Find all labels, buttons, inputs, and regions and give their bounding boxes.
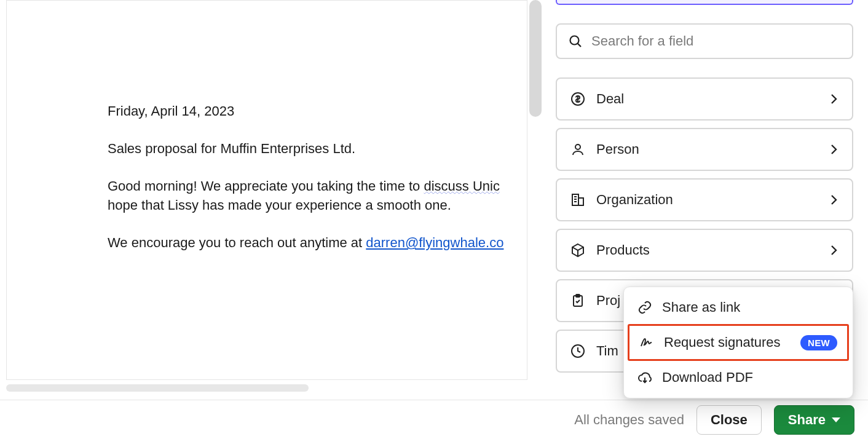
doc-text: Good morning! We appreciate you taking t…	[108, 178, 424, 194]
doc-spellcheck-word[interactable]: discuss Unic	[424, 178, 499, 194]
person-icon	[570, 142, 585, 157]
box-icon	[570, 243, 585, 258]
doc-text: hope that Lissy has made your experience…	[108, 197, 451, 213]
doc-title: Sales proposal for Muffin Enterprises Lt…	[108, 139, 527, 158]
download-cloud-icon	[637, 370, 652, 385]
search-input[interactable]	[591, 33, 841, 49]
search-icon	[568, 34, 583, 49]
field-label: Deal	[596, 91, 624, 107]
document-content: Friday, April 14, 2023 Sales proposal fo…	[7, 1, 527, 252]
field-organization[interactable]: Organization	[556, 178, 853, 221]
doc-paragraph-2: We encourage you to reach out anytime at…	[108, 233, 527, 252]
menu-label: Request signatures	[664, 334, 781, 350]
svg-point-3	[575, 144, 580, 149]
footer-bar: All changes saved Close Share	[0, 400, 868, 439]
field-label: Organization	[596, 192, 673, 208]
signature-icon	[639, 335, 654, 350]
svg-rect-5	[578, 198, 583, 205]
caret-down-icon	[832, 417, 840, 423]
document-panel: Friday, April 14, 2023 Sales proposal fo…	[0, 0, 550, 398]
share-button-label: Share	[788, 412, 826, 428]
new-badge: NEW	[800, 335, 837, 350]
svg-marker-13	[832, 417, 840, 422]
menu-request-signatures[interactable]: Request signatures NEW	[628, 324, 849, 361]
chevron-right-icon	[826, 192, 841, 207]
close-button[interactable]: Close	[696, 405, 762, 435]
field-label: Tim	[596, 343, 618, 359]
field-products[interactable]: Products	[556, 229, 853, 272]
horizontal-scrollbar[interactable]	[6, 384, 527, 392]
doc-paragraph-1: Good morning! We appreciate you taking t…	[108, 176, 527, 215]
link-icon	[637, 300, 652, 315]
chevron-right-icon	[826, 142, 841, 157]
share-button[interactable]: Share	[774, 405, 854, 435]
document-canvas[interactable]: Friday, April 14, 2023 Sales proposal fo…	[6, 0, 527, 380]
share-menu: Share as link Request signatures NEW Dow…	[623, 287, 853, 398]
field-deal[interactable]: Deal	[556, 77, 853, 121]
doc-text: We encourage you to reach out anytime at	[108, 235, 366, 250]
menu-share-as-link[interactable]: Share as link	[624, 291, 853, 324]
field-label: Products	[596, 242, 650, 258]
field-label: Proj	[596, 293, 620, 309]
horizontal-scroll-thumb[interactable]	[6, 384, 309, 392]
chevron-right-icon	[826, 92, 841, 106]
svg-line-1	[578, 44, 581, 47]
vertical-scroll-thumb[interactable]	[529, 0, 542, 117]
svg-point-0	[570, 36, 579, 45]
vertical-scrollbar[interactable]	[529, 0, 542, 380]
banner	[556, 0, 853, 5]
menu-label: Download PDF	[662, 370, 753, 386]
doc-email-link[interactable]: darren@flyingwhale.co	[366, 235, 503, 250]
building-icon	[570, 192, 585, 207]
clipboard-check-icon	[570, 293, 585, 308]
clock-icon	[570, 344, 585, 358]
field-label: Person	[596, 141, 639, 157]
doc-date: Friday, April 14, 2023	[108, 101, 527, 121]
search-field[interactable]	[556, 23, 853, 59]
save-status: All changes saved	[574, 412, 684, 428]
menu-label: Share as link	[662, 299, 740, 315]
chevron-right-icon	[826, 243, 841, 258]
menu-download-pdf[interactable]: Download PDF	[624, 361, 853, 394]
field-person[interactable]: Person	[556, 128, 853, 171]
dollar-icon	[570, 92, 585, 106]
